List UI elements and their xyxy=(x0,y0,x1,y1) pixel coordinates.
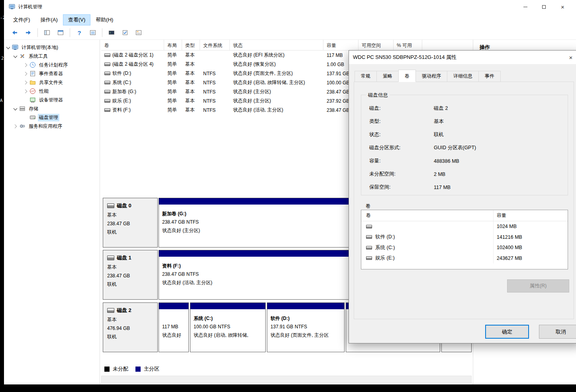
volume-fs: NTFS xyxy=(200,71,230,76)
tree-item-computer-management[interactable]: 计算机管理(本地) xyxy=(4,43,100,52)
volume-row[interactable]: 1024 MB xyxy=(361,221,568,232)
check-list-icon[interactable] xyxy=(121,28,129,37)
tree-item-device-manager[interactable]: 设备管理器 xyxy=(4,96,100,104)
column-header-layout[interactable]: 布局 xyxy=(164,40,182,50)
tab-events[interactable]: 事件 xyxy=(478,71,501,82)
tab-policies[interactable]: 策略 xyxy=(376,71,399,82)
tree-item-shared-folders[interactable]: 共享文件夹 xyxy=(4,78,100,87)
disk-1-label[interactable]: 磁盘 1 基本 238.47 GB 联机 xyxy=(103,250,158,300)
menu-file[interactable]: 文件(F) xyxy=(8,14,35,25)
disk-2-label[interactable]: 磁盘 2 基本 476.94 GB 联机 xyxy=(103,302,158,352)
tree-item-storage[interactable]: 存储 xyxy=(4,104,100,113)
column-header-volume[interactable]: 卷 xyxy=(361,210,494,221)
tree-item-performance[interactable]: 性能 xyxy=(4,87,100,96)
tree-item-task-scheduler[interactable]: 任务计划程序 xyxy=(4,60,100,69)
minimize-button[interactable] xyxy=(516,0,535,14)
chevron-down-icon[interactable] xyxy=(12,105,18,112)
partition-efi[interactable]: 117 MB 状态良好 xyxy=(159,302,189,352)
chevron-right-icon[interactable] xyxy=(22,70,29,77)
volume-row[interactable]: 娱乐 (E:) 243627 MB xyxy=(361,253,568,264)
disk-status: 联机 xyxy=(107,229,157,236)
volume-row[interactable]: 软件 (D:) 141216 MB xyxy=(361,232,568,243)
volume-name: 系统 (C:) xyxy=(375,244,395,251)
tree-item-services-apps[interactable]: 服务和应用程序 xyxy=(4,122,100,131)
volume-name: 娱乐 (E:) xyxy=(112,98,131,104)
disk-status: 联机 xyxy=(107,333,157,340)
field-label: 磁盘: xyxy=(369,105,434,112)
column-header-type[interactable]: 类型 xyxy=(182,40,200,50)
column-header-capacity[interactable]: 容量 xyxy=(323,40,359,50)
chevron-down-icon[interactable] xyxy=(5,44,11,51)
tree-item-label: 存储 xyxy=(27,105,39,113)
column-header-freespace[interactable]: 可用空间 xyxy=(359,40,394,50)
disk-properties-dialog: WDC PC SN530 SDBPNPZ-512G-1014 属性 × 常规 策… xyxy=(349,50,576,343)
disk-0-label[interactable]: 磁盘 0 基本 238.47 GB 联机 xyxy=(103,198,158,248)
field-value: 联机 xyxy=(434,131,444,138)
disk-drive-icon xyxy=(107,308,114,313)
column-header-volume[interactable]: 卷 xyxy=(101,40,164,50)
chevron-right-icon[interactable] xyxy=(22,79,29,86)
back-icon[interactable] xyxy=(10,28,19,37)
show-console-tree-icon[interactable] xyxy=(43,28,51,37)
partition-size: 117 MB xyxy=(162,323,185,331)
window-title: 计算机管理 xyxy=(18,4,42,10)
close-button[interactable]: × xyxy=(553,0,572,14)
chevron-placeholder xyxy=(22,97,29,103)
column-header-capacity[interactable]: 容量 xyxy=(494,212,568,219)
volume-type: 基本 xyxy=(182,52,200,59)
field-label: 状态: xyxy=(369,131,434,138)
help-icon[interactable] xyxy=(75,28,84,37)
volume-layout: 简单 xyxy=(164,107,182,113)
disk-info-row: 磁盘: 磁盘 2 xyxy=(361,102,568,115)
volume-icon xyxy=(104,53,110,57)
tab-details[interactable]: 详细信息 xyxy=(447,71,479,82)
dialog-close-button[interactable]: × xyxy=(562,51,576,64)
volume-capacity: 1024 MB xyxy=(494,224,568,229)
show-action-pane-icon[interactable] xyxy=(56,28,65,37)
field-value: GUID 分区表(GPT) xyxy=(434,144,476,151)
column-header-filesystem[interactable]: 文件系统 xyxy=(200,40,230,50)
menu-action[interactable]: 操作(A) xyxy=(35,14,63,25)
edge-artifact: A xyxy=(0,98,3,103)
tab-general[interactable]: 常规 xyxy=(355,71,377,82)
column-header-percentfree[interactable]: % 可用 xyxy=(394,40,422,50)
horizontal-scrollbar[interactable] xyxy=(101,376,472,384)
volume-capacity: 141216 MB xyxy=(494,234,568,240)
volume-row[interactable]: 系统 (C:) 102400 MB xyxy=(361,242,568,253)
disk-name: 磁盘 0 xyxy=(117,202,131,209)
chevron-down-icon[interactable] xyxy=(12,53,18,59)
cancel-button[interactable]: 取消 xyxy=(539,325,576,339)
volume-capacity: 102400 MB xyxy=(494,245,568,250)
disk-icon xyxy=(29,114,36,121)
volume-icon xyxy=(366,246,372,250)
chevron-right-icon[interactable] xyxy=(22,62,29,68)
tab-volumes[interactable]: 卷 xyxy=(398,70,416,82)
volume-status: 状态良好 (活动, 主分区) xyxy=(230,107,323,113)
maximize-button[interactable] xyxy=(535,0,553,14)
console-window-icon[interactable] xyxy=(107,28,116,37)
tree-item-event-viewer[interactable]: 事件查看器 xyxy=(4,69,100,78)
field-value: 磁盘 2 xyxy=(434,105,448,112)
tab-driver[interactable]: 驱动程序 xyxy=(415,71,447,82)
form-view-icon[interactable] xyxy=(134,28,143,37)
properties-button[interactable]: 属性(R) xyxy=(507,279,569,293)
partition-d[interactable]: 软件 (D:) 137.91 GB NTFS 状态良好 (页面文件, 主分区 xyxy=(267,302,345,352)
tree-item-system-tools[interactable]: 系统工具 xyxy=(4,52,100,60)
forward-icon[interactable] xyxy=(24,28,33,37)
partition-c[interactable]: 系统 (C:) 100.00 GB NTFS 状态良好 (启动, 故障转储, xyxy=(190,302,266,352)
menu-help[interactable]: 帮助(H) xyxy=(90,14,118,25)
chevron-right-icon[interactable] xyxy=(22,88,29,94)
partition-size: 137.91 GB NTFS xyxy=(270,323,341,331)
chevron-right-icon[interactable] xyxy=(12,123,18,129)
menu-view[interactable]: 查看(V) xyxy=(63,14,90,25)
disk-info-row: 磁盘分区形式: GUID 分区表(GPT) xyxy=(361,141,568,154)
volume-name: 新加卷 (G:) xyxy=(112,88,136,95)
tree-item-disk-management[interactable]: 磁盘管理 xyxy=(4,113,100,122)
ok-button[interactable]: 确定 xyxy=(485,325,529,339)
dialog-volume-list-header: 卷 容量 xyxy=(361,210,568,221)
dialog-titlebar: WDC PC SN530 SDBPNPZ-512G-1014 属性 xyxy=(349,51,576,64)
window-list-icon[interactable] xyxy=(88,28,97,37)
column-header-status[interactable]: 状态 xyxy=(230,40,323,50)
primary-partition-swatch xyxy=(135,367,141,372)
volume-icon xyxy=(366,225,372,228)
